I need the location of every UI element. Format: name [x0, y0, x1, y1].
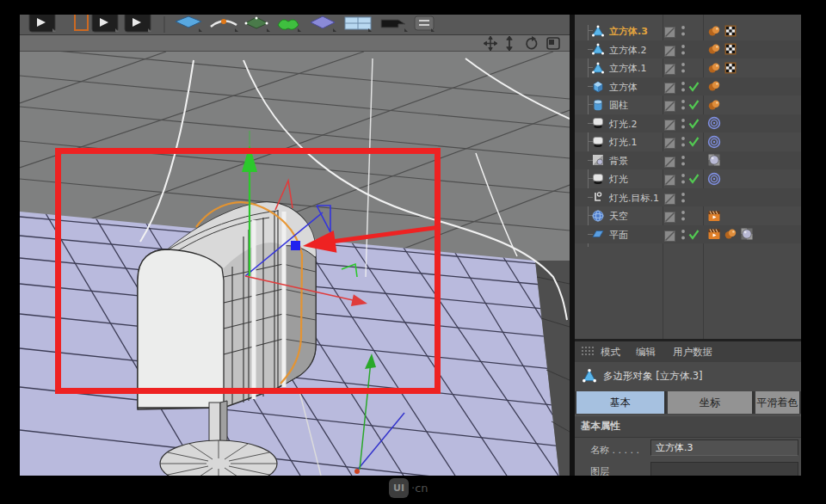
enabled-check-icon[interactable]	[687, 172, 700, 185]
layer-input[interactable]	[650, 462, 798, 476]
compositing-tag-icon[interactable]	[707, 209, 721, 226]
pen-spline-icon[interactable]	[211, 19, 238, 32]
visibility-dots[interactable]	[681, 209, 686, 223]
object-name[interactable]: 天空	[609, 210, 628, 223]
watermark-suffix: ·cn	[411, 482, 428, 495]
object-name[interactable]: 立方体.2	[609, 44, 647, 57]
am-menu-1[interactable]: 编辑	[636, 346, 656, 359]
tab-1[interactable]: 坐标	[668, 391, 754, 414]
compositing-tag-icon[interactable]	[707, 227, 721, 244]
visibility-dots[interactable]	[681, 228, 686, 242]
enabled-check-icon[interactable]	[687, 80, 700, 93]
visibility-dots[interactable]	[681, 117, 686, 131]
object-row-light[interactable]: 灯光.2	[575, 114, 801, 133]
enabled-check-icon[interactable]	[687, 135, 700, 148]
object-row-polygon-object[interactable]: 立方体.3	[575, 22, 801, 40]
name-input[interactable]	[650, 439, 798, 456]
floor-stage-icon[interactable]	[345, 17, 372, 32]
environment-icon[interactable]	[311, 16, 336, 32]
tab-0[interactable]: 基本	[576, 391, 666, 414]
object-row-null-target[interactable]: 灯光.目标.1	[575, 188, 801, 207]
layer-slash-icon[interactable]	[664, 155, 675, 166]
visibility-dots[interactable]	[681, 135, 686, 149]
object-row-cube[interactable]: 立方体	[575, 77, 801, 96]
layer-slash-icon[interactable]	[664, 44, 675, 55]
object-row-light[interactable]: 灯光.1	[575, 132, 801, 151]
grip-icon[interactable]	[581, 346, 595, 358]
visibility-dots[interactable]	[681, 98, 686, 112]
object-name[interactable]: 立方体.3	[609, 25, 648, 38]
object-row-light[interactable]: 灯光	[575, 169, 801, 188]
target-tag-icon[interactable]	[707, 172, 721, 189]
viewport-canvas[interactable]	[20, 52, 570, 476]
object-name[interactable]: 立方体.1	[609, 62, 647, 75]
tab-2[interactable]: 平滑着色(	[755, 391, 801, 414]
object-row-cylinder[interactable]: 圆柱	[575, 95, 801, 114]
primitive-cube-icon[interactable]	[176, 16, 202, 32]
layer-slash-icon[interactable]	[664, 62, 675, 73]
uvw-tag-icon[interactable]	[724, 61, 737, 78]
render-picture-viewer-button[interactable]	[92, 15, 119, 32]
visibility-dots[interactable]	[681, 43, 686, 57]
camera-arrow-icon[interactable]	[381, 20, 408, 32]
object-name[interactable]: 圆柱	[609, 99, 628, 112]
object-row-background[interactable]: 背景	[575, 151, 801, 170]
object-name[interactable]: 立方体	[609, 81, 638, 94]
visibility-dots[interactable]	[681, 80, 686, 94]
display-filter-icon[interactable]	[415, 16, 435, 32]
object-name[interactable]: 背景	[609, 155, 628, 168]
plane-handle-z[interactable]	[317, 206, 330, 232]
viewport-zoom-icon[interactable]	[507, 36, 512, 51]
layer-slash-icon[interactable]	[664, 173, 675, 184]
render-settings-button[interactable]	[75, 15, 88, 30]
target-tag-icon[interactable]	[707, 116, 721, 133]
render-team-button[interactable]	[125, 15, 151, 32]
material-tag-icon[interactable]	[707, 153, 721, 170]
viewport-toggle-view-icon[interactable]	[547, 38, 559, 49]
layer-slash-icon[interactable]	[664, 99, 675, 110]
object-row-plane[interactable]: 平面	[575, 225, 801, 244]
layer-slash-icon[interactable]	[664, 229, 675, 240]
visibility-dots[interactable]	[681, 172, 686, 186]
layer-slash-icon[interactable]	[664, 25, 675, 36]
viewport-rotate-icon[interactable]	[527, 36, 537, 48]
enabled-check-icon[interactable]	[687, 228, 700, 241]
target-tag-icon[interactable]	[707, 135, 721, 152]
render-view-button[interactable]	[29, 15, 56, 32]
phong-tag-icon[interactable]	[707, 42, 721, 59]
phong-tag-icon[interactable]	[724, 227, 737, 244]
phong-tag-icon[interactable]	[707, 79, 721, 96]
object-name[interactable]: 灯光.1	[609, 136, 638, 149]
subdivision-generator-icon[interactable]	[245, 17, 271, 33]
object-name[interactable]: 灯光	[609, 173, 628, 186]
visibility-dots[interactable]	[681, 24, 686, 38]
enabled-check-icon[interactable]	[687, 117, 700, 130]
layer-slash-icon[interactable]	[664, 210, 675, 221]
am-menu-0[interactable]: 模式	[601, 346, 620, 359]
am-menu-2[interactable]: 用户数据	[673, 346, 712, 359]
object-row-sky[interactable]: 天空	[575, 206, 801, 225]
visibility-dots[interactable]	[681, 61, 686, 75]
enabled-check-icon[interactable]	[687, 98, 700, 111]
deformer-icon[interactable]	[278, 20, 301, 32]
uvw-tag-icon[interactable]	[724, 42, 737, 59]
viewport-pan-icon[interactable]	[484, 36, 497, 51]
object-name[interactable]: 灯光.目标.1	[609, 192, 659, 205]
uvw-tag-icon[interactable]	[724, 24, 737, 41]
visibility-dots[interactable]	[681, 191, 686, 205]
layer-slash-icon[interactable]	[664, 136, 675, 147]
phong-tag-icon[interactable]	[707, 61, 721, 78]
object-name[interactable]: 灯光.2	[609, 118, 638, 131]
object-row-polygon-object[interactable]: 立方体.1	[575, 58, 801, 77]
phong-tag-icon[interactable]	[707, 24, 721, 41]
axis-z-square-handle[interactable]	[291, 241, 300, 250]
object-row-polygon-object[interactable]: 立方体.2	[575, 40, 801, 59]
material-tag-icon[interactable]	[740, 227, 754, 244]
layer-slash-icon[interactable]	[664, 192, 675, 203]
phong-tag-icon[interactable]	[707, 98, 721, 115]
background-icon	[591, 153, 605, 167]
object-name[interactable]: 平面	[609, 229, 628, 242]
layer-slash-icon[interactable]	[664, 81, 675, 92]
visibility-dots[interactable]	[681, 154, 686, 168]
layer-slash-icon[interactable]	[664, 118, 675, 129]
